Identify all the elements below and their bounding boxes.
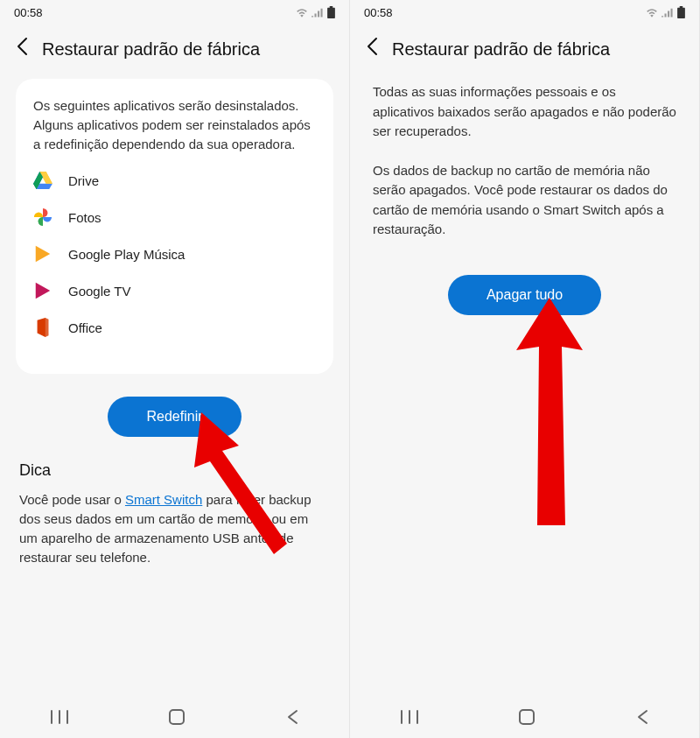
photos-icon [33,207,52,227]
app-label: Office [68,320,102,335]
home-button[interactable] [169,709,185,729]
list-item: Google TV [33,281,316,300]
header-bar: Restaurar padrão de fábrica [350,25,699,79]
pointer-arrow-icon [514,298,584,534]
nav-bar [350,699,699,738]
clock: 00:58 [364,6,393,19]
signal-icon [662,7,674,18]
tip-title: Dica [19,461,330,480]
tip-prefix: Você pode usar o [19,492,125,507]
drive-icon [33,171,52,190]
back-button[interactable] [366,37,378,61]
list-item: Drive [33,171,316,190]
home-icon [169,709,185,725]
app-label: Google Play Música [68,247,185,262]
status-icons [646,6,685,18]
apps-desc: Os seguintes aplicativos serão desinstal… [33,96,316,153]
content-right: Todas as suas informações pessoais e os … [350,79,699,699]
chevron-left-icon [366,37,378,56]
erase-all-button[interactable]: Apagar tudo [448,275,601,315]
recents-icon [401,710,418,724]
page-title: Restaurar padrão de fábrica [392,39,610,60]
svg-rect-13 [520,710,534,724]
tip-text: Você pode usar o Smart Switch para fazer… [16,490,333,566]
status-bar: 00:58 [0,0,349,25]
office-icon [33,318,52,337]
home-icon [519,709,535,725]
google-tv-icon [33,281,52,300]
svg-marker-9 [516,298,583,525]
back-button[interactable] [16,37,28,61]
app-label: Google TV [68,284,130,299]
battery-icon [327,6,335,18]
apps-card: Os seguintes aplicativos serão desinstal… [16,79,333,374]
wifi-icon [646,7,658,18]
warning-p2: Os dados de backup no cartão de memória … [366,161,683,240]
app-label: Fotos [68,210,102,225]
left-screen: 00:58 Restaurar padrão de fábrica Os seg… [0,0,350,738]
list-item: Google Play Música [33,244,316,264]
page-title: Restaurar padrão de fábrica [42,39,260,60]
play-music-icon [33,244,52,264]
button-wrapper: Apagar tudo [366,275,683,315]
svg-rect-8 [170,710,184,724]
smart-switch-link[interactable]: Smart Switch [125,492,202,507]
recents-icon [51,710,68,724]
reset-button[interactable]: Redefinir [108,397,241,437]
button-wrapper: Redefinir [16,397,333,437]
signal-icon [312,7,324,18]
list-item: Fotos [33,207,316,227]
nav-back-icon [636,709,648,725]
status-bar: 00:58 [350,0,699,25]
chevron-left-icon [16,37,28,56]
clock: 00:58 [14,6,43,19]
warning-p1: Todas as suas informações pessoais e os … [366,82,683,142]
list-item: Office [33,318,316,337]
nav-back-icon [286,709,298,725]
nav-back-button[interactable] [286,709,298,729]
wifi-icon [296,7,308,18]
header-bar: Restaurar padrão de fábrica [0,25,349,79]
nav-bar [0,699,349,738]
right-screen: 00:58 Restaurar padrão de fábrica Todas … [350,0,700,738]
content-left: Os seguintes aplicativos serão desinstal… [0,79,349,699]
nav-back-button[interactable] [636,709,648,729]
app-label: Drive [68,173,99,188]
battery-icon [677,6,685,18]
home-button[interactable] [519,709,535,729]
recents-button[interactable] [51,710,68,728]
recents-button[interactable] [401,710,418,728]
status-icons [296,6,335,18]
